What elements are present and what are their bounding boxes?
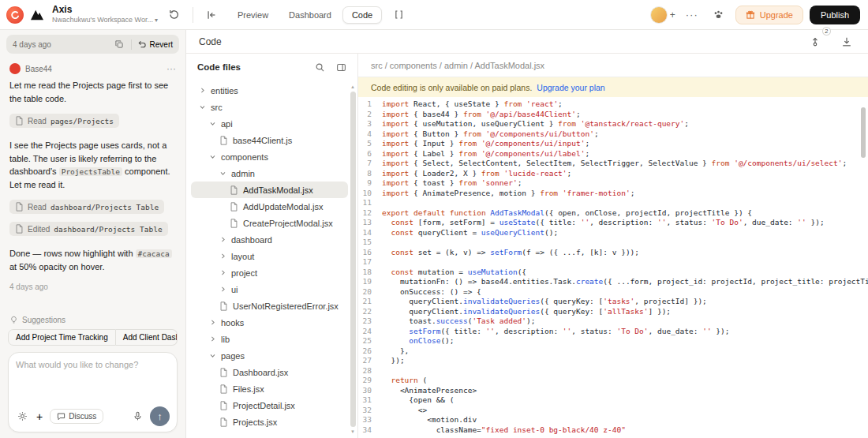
tool-action: Edited [28, 225, 50, 234]
version-pill: 4 days ago Revert [6, 35, 179, 54]
copy-icon [114, 39, 124, 49]
tree-item-entities[interactable]: entities [191, 82, 348, 99]
scroll-down-icon[interactable]: ▼ [350, 429, 355, 435]
download-icon [841, 36, 852, 47]
chevron-right-icon [219, 236, 226, 243]
code-editor-panel: src / components / admin / AddTaskModal.… [358, 54, 868, 438]
code-line: 12export default function AddTaskModal({… [358, 208, 868, 219]
editor-layout-button[interactable] [388, 5, 409, 25]
more-options-button[interactable]: ··· [682, 5, 702, 25]
tree-item-base44client-js[interactable]: base44Client.js [191, 132, 348, 148]
line-number: 32 [358, 406, 382, 416]
code-line: 29 return ( [358, 376, 868, 386]
tree-item-components[interactable]: components [191, 148, 348, 165]
revert-button[interactable]: Revert [137, 39, 173, 49]
tree-item-dashboard[interactable]: dashboard [191, 231, 348, 248]
collapse-sidebar-button[interactable] [201, 5, 222, 25]
line-number: 1 [358, 99, 382, 110]
versions-button[interactable]: 2 [805, 32, 825, 52]
tree-item-addupdatemodal-jsx[interactable]: AddUpdateModal.jsx [191, 198, 348, 215]
user-avatar[interactable] [650, 6, 668, 24]
search-files-button[interactable] [313, 61, 327, 74]
base44-logo-icon[interactable] [6, 6, 24, 24]
tree-item-hooks[interactable]: hooks [191, 314, 348, 331]
file-icon [230, 202, 238, 212]
invite-group[interactable]: + [650, 6, 675, 24]
chevron-down-icon [199, 103, 206, 110]
attach-button[interactable]: + [35, 409, 44, 425]
line-number: 31 [358, 395, 382, 406]
settings-button[interactable] [16, 410, 29, 423]
suggestion-chip[interactable]: Add Client Dashboard [116, 329, 178, 346]
tab-code[interactable]: Code [342, 6, 382, 24]
code-workspace: Code 2 Code files [186, 30, 868, 438]
tool-chip-read[interactable]: Readpages/Projects [9, 114, 119, 128]
code-line: 10import { AnimatePresence, motion } fro… [358, 189, 868, 199]
tool-chip-edited[interactable]: Editeddashboard/Projects Table [9, 222, 168, 236]
history-button[interactable] [164, 5, 185, 25]
upgrade-plan-link[interactable]: Upgrade your plan [537, 83, 604, 92]
line-number: 14 [358, 228, 382, 238]
code-line: 15 [358, 238, 868, 248]
line-number: 4 [358, 129, 382, 140]
code-line: 2import { base44 } from '@/api/base44Cli… [358, 110, 868, 120]
lightbulb-icon [9, 316, 18, 324]
tree-item-label: api [221, 119, 233, 129]
tree-item-label: UserNotRegisteredError.jsx [233, 301, 339, 311]
tree-item-layout[interactable]: layout [191, 248, 348, 264]
scroll-up-icon[interactable]: ▲ [350, 84, 355, 90]
banner-text: Code editing is only available on paid p… [371, 83, 532, 92]
send-button[interactable]: ↑ [150, 406, 170, 426]
line-number: 2 [358, 110, 382, 120]
workspace-block[interactable]: Axis Nwachukwu's Workspace Wor...▾ [52, 5, 158, 24]
tool-target: pages/Projects [51, 117, 114, 125]
tree-item-project[interactable]: project [191, 264, 348, 281]
line-number: 19 [358, 277, 382, 287]
tree-item-pages[interactable]: pages [191, 347, 348, 364]
history-icon [168, 9, 180, 21]
line-number: 17 [358, 257, 382, 268]
publish-button[interactable]: Publish [810, 6, 860, 24]
chat-composer-area: Suggestions Add Project Time TrackingAdd… [0, 311, 185, 438]
tree-item-usernotregisterederror-jsx[interactable]: UserNotRegisteredError.jsx [191, 298, 348, 314]
tree-item-files-jsx[interactable]: Files.jsx [191, 380, 348, 397]
code-editor[interactable]: 1import React, { useState } from 'react'… [358, 97, 868, 438]
pet-button[interactable] [709, 5, 729, 25]
tree-item-lib[interactable]: lib [191, 331, 348, 347]
mic-button[interactable] [131, 410, 144, 423]
tree-item-ui[interactable]: ui [191, 281, 348, 298]
editor-scrollbar-thumb[interactable] [861, 107, 866, 158]
tree-item-addtaskmodal-jsx[interactable]: AddTaskModal.jsx [191, 182, 348, 198]
tab-preview[interactable]: Preview [228, 6, 278, 24]
tool-chip-read[interactable]: Readdashboard/Projects Table [9, 200, 164, 214]
invite-plus-icon[interactable]: + [670, 9, 675, 21]
tree-item-admin[interactable]: admin [191, 165, 348, 182]
tree-item-label: ProjectDetail.jsx [233, 401, 295, 410]
tree-item-label: pages [221, 351, 245, 361]
tree-item-projects-jsx[interactable]: Projects.jsx [191, 414, 348, 430]
microphone-icon [133, 411, 143, 421]
file-tree-scrollbar[interactable]: ▲ ▼ [349, 84, 357, 435]
collapse-file-panel-button[interactable] [335, 61, 348, 74]
tree-item-projectdetail-jsx[interactable]: ProjectDetail.jsx [191, 397, 348, 414]
code-line: 28 [358, 366, 868, 376]
message-menu-button[interactable]: ··· [166, 63, 176, 74]
scrollbar-thumb[interactable] [350, 92, 356, 427]
tree-item-api[interactable]: api [191, 115, 348, 132]
code-line: 22 queryClient.invalidateQueries({ query… [358, 307, 868, 317]
tree-item-dashboard-jsx[interactable]: Dashboard.jsx [191, 364, 348, 380]
tree-item-src[interactable]: src [191, 99, 348, 115]
download-button[interactable] [836, 32, 857, 52]
prompt-input[interactable] [16, 360, 170, 406]
copy-version-button[interactable] [113, 38, 125, 51]
discuss-button[interactable]: Discuss [50, 409, 103, 424]
revert-icon [137, 39, 147, 49]
tab-dashboard[interactable]: Dashboard [279, 6, 341, 24]
file-icon [230, 185, 238, 195]
upgrade-button[interactable]: Upgrade [735, 6, 803, 24]
chevron-right-icon [199, 87, 206, 94]
line-number: 28 [358, 366, 382, 376]
suggestion-chip[interactable]: Add Project Time Tracking [8, 329, 116, 346]
tree-item-createprojectmodal-jsx[interactable]: CreateProjectModal.jsx [191, 215, 348, 231]
chevron-right-icon [219, 269, 226, 276]
